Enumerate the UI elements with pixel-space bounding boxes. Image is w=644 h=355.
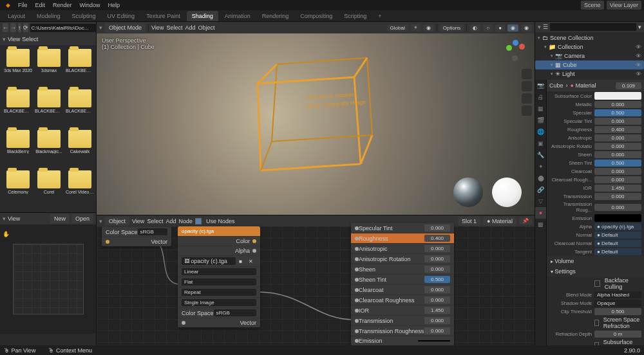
node-add-menu[interactable]: Add — [166, 218, 176, 224]
property-row[interactable]: Emission — [547, 214, 644, 223]
viewport-3d[interactable]: User Perspective (1) Collection | Cube — [97, 33, 535, 215]
folder-item[interactable]: BLACKBERRY... — [35, 89, 63, 127]
ws-layout[interactable]: Layout — [3, 11, 30, 21]
menu-edit[interactable]: Edit — [32, 1, 49, 10]
refraction-depth[interactable]: 0 m — [594, 331, 641, 338]
use-nodes-checkbox[interactable] — [195, 218, 202, 224]
property-row[interactable]: Roughness0.400 — [547, 125, 644, 134]
tab-material[interactable]: ● — [535, 207, 546, 219]
hand-tool-icon[interactable]: ✋ — [3, 231, 10, 237]
vp-object-menu[interactable]: Object — [198, 24, 214, 31]
bsdf-row[interactable]: IOR1.450 — [351, 305, 454, 315]
options-dropdown[interactable]: Options — [440, 24, 464, 32]
vp-add-menu[interactable]: Add — [185, 24, 195, 31]
menu-window[interactable]: Window — [77, 1, 104, 10]
folder-item[interactable]: Corel — [35, 170, 63, 208]
bsdf-row[interactable]: Specular Tint0.000 — [351, 223, 454, 233]
property-row[interactable]: Alpha● opacity (c).tga — [547, 223, 644, 231]
bsdf-row[interactable]: Sheen Tint0.500 — [351, 274, 454, 284]
outliner-tree[interactable]: ▾🗀Scene Collection ▾📁Collection👁▾📷Camera… — [535, 32, 644, 80]
proportional-toggle[interactable]: ◉ — [423, 24, 434, 32]
ws-modeling[interactable]: Modeling — [32, 11, 66, 21]
bsdf-row[interactable]: Transmission0.000 — [351, 315, 454, 325]
bsdf-row[interactable]: Sheen0.000 — [351, 264, 454, 274]
ws-texturepaint[interactable]: Texture Paint — [141, 11, 185, 21]
uv-open-button[interactable]: Open — [71, 214, 93, 223]
node-select-menu[interactable]: Select — [147, 218, 163, 224]
interp-select[interactable]: Linear — [182, 268, 256, 275]
ws-scripting[interactable]: Scripting — [339, 11, 372, 21]
move-tool-icon[interactable] — [522, 81, 532, 91]
material-selector[interactable]: ● Material — [483, 217, 516, 226]
section-volume[interactable]: ▸ Volume — [547, 256, 644, 266]
property-row[interactable]: Anisotropic0.000 — [547, 134, 644, 142]
tab-view[interactable]: ▦ — [535, 103, 546, 114]
overlay-toggle[interactable]: ◐ — [469, 24, 480, 32]
nav-refresh-icon[interactable]: ⟳ — [23, 23, 28, 32]
breadcrumb-cube[interactable]: Cube — [549, 82, 564, 89]
outliner-search[interactable] — [550, 23, 636, 31]
ext-select[interactable]: Repeat — [182, 289, 256, 296]
browser-view-menu[interactable]: View — [8, 36, 20, 42]
menu-render[interactable]: Render — [50, 1, 75, 10]
property-row[interactable]: Clearcoat Normal● Default — [547, 239, 644, 248]
image-select[interactable]: 🖼 opacity (c).tga — [182, 257, 236, 265]
outliner-item[interactable]: ▾▦Cube👁 — [535, 60, 644, 69]
bsdf-row[interactable]: Clearcoat Roughness0.000 — [351, 295, 454, 305]
scene-selector[interactable]: Scene — [581, 1, 604, 10]
tab-output[interactable]: 🖨 — [535, 91, 546, 103]
section-settings[interactable]: ▾ Settings — [547, 266, 644, 277]
pin-icon[interactable]: 📌 — [519, 217, 532, 224]
property-row[interactable]: Metallic0.000 — [547, 100, 644, 109]
bsdf-row[interactable]: Transmission Roughness0.000 — [351, 325, 454, 336]
backface-checkbox[interactable] — [594, 280, 600, 287]
bsdf-row[interactable]: Anisotropic0.000 — [351, 243, 454, 253]
property-row[interactable]: Clearcoat0.000 — [547, 167, 644, 176]
colorspace-select[interactable]: sRGB — [214, 309, 256, 316]
folder-item[interactable]: Celemony — [4, 170, 32, 208]
ws-uvediting[interactable]: UV Editing — [102, 11, 140, 21]
folder-item[interactable]: Blackmagic... — [35, 130, 63, 168]
tab-modifiers[interactable]: 🔧 — [535, 149, 546, 161]
clip-threshold[interactable]: 0.500 — [594, 308, 641, 315]
folder-item[interactable]: BLACKBERRY... — [66, 89, 94, 127]
ws-shading[interactable]: Shading — [187, 11, 218, 21]
property-row[interactable]: Sheen Tint0.500 — [547, 159, 644, 167]
proj-select[interactable]: Flat — [182, 278, 256, 286]
folder-item[interactable]: BLACKBERRY... — [66, 49, 94, 87]
node-view-menu[interactable]: View — [132, 218, 144, 224]
bsdf-row[interactable]: Roughness0.400 — [351, 233, 454, 243]
property-row[interactable]: Anisotropic Rotatio0.000 — [547, 142, 644, 150]
tab-render[interactable]: 📷 — [535, 80, 546, 91]
browser-select-menu[interactable]: Select — [22, 36, 38, 42]
cube-object[interactable]: This text is masked using a separate ima… — [232, 39, 399, 194]
mode-selector[interactable]: Object Mode — [105, 23, 146, 32]
uv-editor[interactable]: ✋ — [0, 224, 96, 334]
zoom-tool-icon[interactable] — [522, 69, 532, 79]
node-type-selector[interactable]: Object — [105, 217, 129, 226]
nav-up-icon[interactable]: ↑ — [18, 23, 21, 32]
folder-item[interactable]: BlackBerry — [4, 130, 32, 168]
node-principled-bsdf[interactable]: Specular Tint0.000Roughness0.400Anisotro… — [351, 223, 454, 355]
folder-item[interactable]: BLACKBERRY... — [4, 89, 32, 127]
property-row[interactable]: Transmission Roug...0.000 — [547, 201, 644, 214]
bsdf-row[interactable]: Emission — [351, 336, 454, 345]
menu-file[interactable]: File — [15, 1, 31, 10]
shading-wireframe[interactable]: ○ — [483, 24, 493, 32]
shading-solid[interactable]: ● — [495, 24, 505, 32]
outliner-item[interactable]: ▾☀Light👁 — [535, 69, 644, 78]
shadow-mode-select[interactable]: Opaque — [594, 300, 641, 307]
orientation-selector[interactable]: Global — [387, 24, 408, 32]
property-row[interactable]: Transmission0.000 — [547, 192, 644, 201]
tab-world[interactable]: 🌐 — [535, 126, 546, 138]
property-row[interactable]: Specular0.500 — [547, 109, 644, 117]
folder-item[interactable]: Corel VideoSt... — [66, 170, 94, 208]
snap-toggle[interactable]: ⌖ — [411, 24, 421, 32]
uv-new-button[interactable]: New — [50, 214, 70, 223]
tab-physics[interactable]: ⬤ — [535, 172, 546, 184]
nav-back-icon[interactable]: ← — [3, 23, 8, 32]
node-node-menu[interactable]: Node — [178, 218, 193, 224]
ws-sculpting[interactable]: Sculpting — [67, 11, 101, 21]
node-image-texture[interactable]: opacity (c).tga Color Alpha 🖼 opacity (c… — [178, 226, 260, 327]
node-partial[interactable]: Color SpacesRGB Vector — [102, 226, 171, 246]
